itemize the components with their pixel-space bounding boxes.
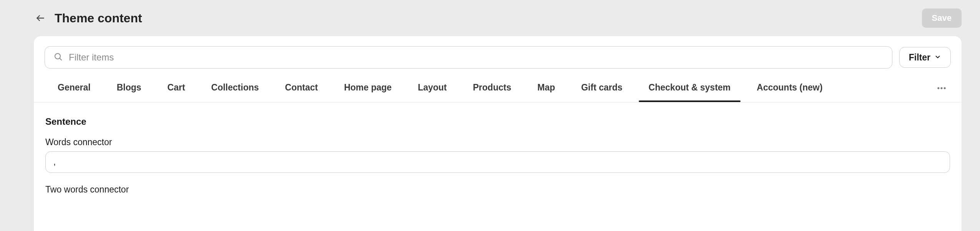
filter-button[interactable]: Filter [899, 47, 951, 68]
tab-map[interactable]: Map [524, 74, 568, 102]
main-card: Filter GeneralBlogsCartCollectionsContac… [34, 36, 962, 231]
filter-button-label: Filter [909, 52, 930, 63]
words-connector-input[interactable] [45, 151, 950, 173]
tab-products[interactable]: Products [460, 74, 525, 102]
svg-point-4 [940, 87, 942, 89]
search-icon [53, 52, 63, 63]
tab-collections[interactable]: Collections [198, 74, 272, 102]
tab-layout[interactable]: Layout [405, 74, 460, 102]
svg-line-2 [60, 58, 61, 60]
svg-point-3 [937, 87, 939, 89]
tab-checkout-system[interactable]: Checkout & system [636, 74, 744, 102]
page-title: Theme content [55, 11, 142, 25]
back-arrow-icon[interactable] [34, 12, 47, 25]
tab-home-page[interactable]: Home page [331, 74, 405, 102]
two-words-connector-label: Two words connector [45, 184, 950, 195]
tab-cart[interactable]: Cart [154, 74, 198, 102]
svg-point-5 [944, 87, 946, 89]
tab-blogs[interactable]: Blogs [104, 74, 154, 102]
more-icon[interactable] [932, 79, 951, 97]
tab-general[interactable]: General [45, 74, 104, 102]
section-heading: Sentence [45, 116, 950, 127]
search-field-wrap[interactable] [45, 46, 892, 69]
save-button[interactable]: Save [922, 8, 962, 28]
search-input[interactable] [69, 52, 884, 63]
tab-accounts-new-[interactable]: Accounts (new) [744, 74, 835, 102]
words-connector-label: Words connector [45, 137, 950, 147]
tab-contact[interactable]: Contact [272, 74, 331, 102]
tab-gift-cards[interactable]: Gift cards [568, 74, 635, 102]
chevron-down-icon [934, 52, 941, 63]
tabs-row: GeneralBlogsCartCollectionsContactHome p… [34, 74, 962, 102]
